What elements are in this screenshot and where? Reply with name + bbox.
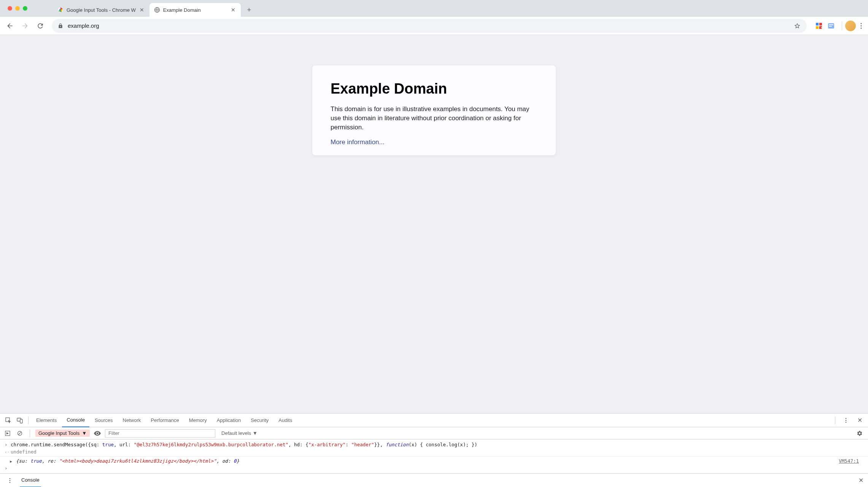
drawer-close-icon[interactable]: ✕	[858, 477, 863, 484]
source-link[interactable]: VM547:1	[839, 458, 863, 464]
clear-console-icon[interactable]	[15, 429, 24, 438]
execution-context-select[interactable]: Google Input Tools ▼	[35, 430, 90, 437]
content-box: Example Domain This domain is for use in…	[312, 65, 556, 155]
globe-favicon-icon	[154, 7, 160, 13]
undefined-value: undefined	[11, 449, 37, 455]
drawer-menu-icon[interactable]	[5, 475, 15, 486]
svg-line-24	[18, 432, 21, 435]
svg-point-25	[10, 478, 11, 479]
extension-icon-2[interactable]	[827, 21, 836, 30]
svg-point-14	[861, 25, 862, 26]
profile-avatar[interactable]	[845, 21, 856, 31]
lock-icon	[58, 23, 63, 29]
log-levels-select[interactable]: Default levels ▼	[218, 430, 261, 436]
svg-rect-5	[816, 23, 819, 25]
more-information-link[interactable]: More information...	[331, 138, 385, 146]
tab-network[interactable]: Network	[118, 414, 146, 427]
page-title: Example Domain	[331, 81, 537, 97]
tab-performance[interactable]: Performance	[146, 414, 183, 427]
devtools-tab-bar: Elements Console Sources Network Perform…	[0, 414, 868, 427]
svg-point-21	[846, 422, 847, 423]
console-settings-icon[interactable]	[854, 430, 865, 436]
filter-input[interactable]	[105, 429, 215, 438]
separator	[30, 430, 30, 437]
console-toolbar: Google Input Tools ▼ Default levels ▼	[0, 427, 868, 439]
svg-point-26	[10, 480, 11, 481]
svg-point-15	[861, 27, 862, 29]
console-object[interactable]: {su: true, re: "<html><body>deaqi7zrku6t…	[16, 458, 239, 464]
console-output: › chrome.runtime.sendMessage({sq: true, …	[0, 439, 868, 473]
tab-console[interactable]: Console	[62, 414, 89, 427]
bookmark-star-icon[interactable]	[794, 22, 801, 29]
input-chevron-icon: ›	[5, 465, 8, 471]
new-tab-button[interactable]: +	[244, 5, 254, 15]
chrome-favicon-icon	[57, 7, 64, 13]
page-viewport: Example Domain This domain is for use in…	[0, 35, 868, 413]
separator	[835, 417, 835, 424]
tab-elements[interactable]: Elements	[32, 414, 61, 427]
url-text: example.org	[68, 22, 789, 29]
window-controls	[3, 6, 32, 11]
tab-audits[interactable]: Audits	[274, 414, 297, 427]
console-return-line: ‹· undefined	[0, 448, 868, 457]
svg-point-19	[846, 418, 847, 419]
inspect-element-icon[interactable]	[3, 415, 14, 426]
console-code: chrome.runtime.sendMessage({sq: true, ur…	[11, 442, 477, 447]
devtools-close-icon[interactable]: ✕	[854, 415, 865, 426]
devtools-menu-icon[interactable]	[841, 415, 851, 426]
reload-button[interactable]	[33, 19, 47, 33]
tab-inactive[interactable]: Google Input Tools - Chrome W ✕	[53, 3, 149, 17]
svg-point-27	[10, 482, 11, 483]
address-bar[interactable]: example.org	[52, 19, 807, 33]
tab-title: Example Domain	[163, 7, 227, 13]
browser-toolbar: example.org X	[0, 17, 868, 35]
window-maximize-button[interactable]	[23, 6, 27, 11]
console-input-line: › chrome.runtime.sendMessage({sq: true, …	[0, 441, 868, 448]
tabs-container: Google Input Tools - Chrome W ✕ Example …	[53, 3, 254, 17]
tab-application[interactable]: Application	[212, 414, 246, 427]
chevron-down-icon: ▼	[82, 430, 87, 436]
close-icon[interactable]: ✕	[139, 7, 145, 13]
svg-point-20	[846, 420, 847, 421]
chevron-down-icon: ▼	[253, 430, 258, 436]
devtools-panel: Elements Console Sources Network Perform…	[0, 413, 868, 487]
context-label: Google Input Tools	[38, 430, 79, 436]
device-toggle-icon[interactable]	[14, 415, 25, 426]
svg-rect-18	[20, 419, 22, 423]
window-minimize-button[interactable]	[15, 6, 20, 11]
console-log-line: ▶ {su: true, re: "<html><body>deaqi7zrku…	[0, 457, 868, 465]
forward-button[interactable]	[18, 19, 32, 33]
output-chevron-icon: ‹·	[5, 450, 8, 455]
svg-point-13	[861, 23, 862, 24]
svg-rect-12	[829, 26, 832, 27]
browser-menu-button[interactable]	[857, 23, 865, 29]
input-chevron-icon: ›	[5, 442, 8, 447]
toggle-sidebar-icon[interactable]	[3, 429, 12, 438]
eye-icon[interactable]	[93, 429, 102, 438]
tab-sources[interactable]: Sources	[90, 414, 118, 427]
back-button[interactable]	[3, 19, 17, 33]
tab-active[interactable]: Example Domain ✕	[149, 3, 241, 17]
window-close-button[interactable]	[8, 6, 12, 11]
tab-security[interactable]: Security	[246, 414, 273, 427]
browser-tab-strip: Google Input Tools - Chrome W ✕ Example …	[0, 0, 868, 17]
close-icon[interactable]: ✕	[230, 7, 236, 13]
drawer-tab-console[interactable]: Console	[20, 474, 41, 487]
separator	[28, 417, 29, 424]
svg-rect-7	[816, 26, 819, 29]
levels-label: Default levels	[221, 430, 251, 436]
page-description: This domain is for use in illustrative e…	[331, 105, 537, 132]
console-prompt-line[interactable]: ›	[0, 465, 868, 472]
extension-icons: X	[811, 21, 839, 30]
svg-rect-6	[819, 23, 822, 25]
tab-memory[interactable]: Memory	[184, 414, 211, 427]
svg-text:X: X	[821, 27, 822, 29]
expand-triangle-icon[interactable]: ▶	[10, 459, 14, 463]
toolbar-separator	[842, 21, 842, 30]
devtools-drawer: Console ✕	[0, 473, 868, 487]
svg-rect-11	[829, 24, 833, 25]
tab-title: Google Input Tools - Chrome W	[67, 7, 136, 13]
extension-icon-1[interactable]: X	[814, 21, 823, 30]
